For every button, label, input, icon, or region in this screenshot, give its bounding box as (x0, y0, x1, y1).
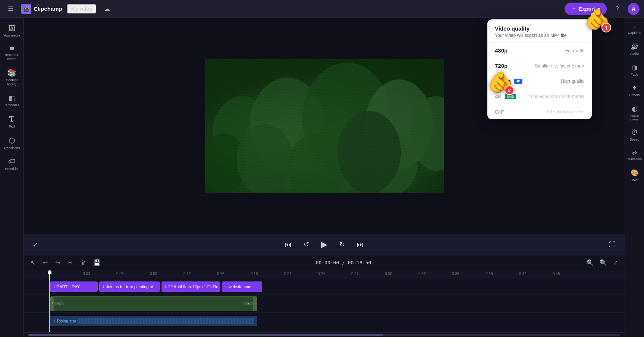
sidebar-item-your-media[interactable]: 🖼 Your media (1, 21, 22, 41)
right-sidebar-item-adjust-colors[interactable]: ◐ Adjustcolors (626, 102, 644, 124)
right-sidebar-item-effects[interactable]: ✦ Effects (626, 81, 644, 100)
right-sidebar: ≡ Captions 🔊 Audio ◑ Fade ✦ Effects ◐ Ad… (625, 18, 644, 337)
right-sidebar-label-speed: Speed (629, 138, 639, 142)
right-sidebar-item-speed[interactable]: ⏱ Speed (626, 126, 644, 145)
left-sidebar: 🖼 Your media ⏺ Record &create 📚 Contentl… (0, 18, 24, 337)
ruler-tick-39: 0:39 (486, 272, 493, 276)
svg-point-10 (337, 111, 401, 193)
text-track-content: T EARTH DAY T Join us for tree planting … (49, 278, 625, 295)
timeline-tracks-container: T EARTH DAY T Join us for tree planting … (24, 278, 625, 332)
sidebar-item-brand-kit[interactable]: 🏷 Brand kit (1, 154, 22, 174)
text-track-label-2: Join us for tree planting at (106, 284, 153, 289)
export-option-4k-name: 4K (495, 93, 502, 100)
video-track-row: ⋮ ⤡ ⤡ ⋮ (24, 295, 625, 313)
cloud-icon[interactable]: ☁ (101, 3, 113, 15)
right-sidebar-item-color[interactable]: 🎨 Color (626, 166, 644, 185)
export-option-480p[interactable]: 480p For drafts (487, 43, 592, 58)
ruler-tick-33: 0:33 (418, 272, 425, 276)
export-dropdown-subtitle: Your video will export as an MP4 file (495, 33, 584, 38)
right-sidebar-label-fade: Fade (631, 73, 638, 77)
zoom-in-button[interactable]: 🔍 (597, 258, 609, 268)
current-time: 00:00.00 (316, 260, 339, 265)
export-dropdown: Video quality Your video will export as … (487, 19, 592, 119)
sidebar-item-text[interactable]: T Text (1, 112, 22, 132)
sidebar-item-content-library[interactable]: 📚 Contentlibrary (1, 65, 22, 89)
svg-point-9 (237, 124, 293, 193)
video-track-handle-left[interactable]: ⋮ (50, 297, 54, 311)
sidebar-item-templates[interactable]: ◧ Templates (1, 91, 22, 110)
color-icon: 🎨 (631, 169, 639, 177)
export-option-480p-desc: For drafts (565, 48, 584, 53)
total-time: 00:18.50 (348, 260, 371, 265)
timeline-ruler: 0 0:03 0:06 0:09 0:12 0:15 0:18 0:21 0:2… (24, 270, 625, 278)
ruler-tick-6: 0:06 (116, 272, 123, 276)
video-track-bar[interactable]: ⋮ ⤡ ⤡ ⋮ (50, 296, 257, 311)
ruler-tick-24: 0:24 (318, 272, 325, 276)
right-sidebar-item-transition[interactable]: ⇄ Transition (626, 146, 644, 164)
timeline-redo-button[interactable]: ↪ (53, 258, 62, 268)
ruler-tick-30: 0:30 (385, 272, 392, 276)
export-option-720p[interactable]: 720p Smaller file, faster export (487, 58, 592, 73)
skip-forward-button[interactable]: ⏭ (354, 238, 367, 252)
scrollbar-thumb[interactable] (28, 334, 383, 336)
brand-kit-icon: 🏷 (8, 157, 16, 166)
text-track-join-us[interactable]: T Join us for tree planting at (99, 281, 160, 292)
right-sidebar-label-color: Color (631, 178, 639, 182)
timeline-save-button[interactable]: 💾 (91, 258, 103, 268)
right-sidebar-item-fade[interactable]: ◑ Fade (626, 60, 644, 80)
fast-forward-button[interactable]: ↻ (336, 237, 348, 252)
audio-track-label: Rising star (57, 319, 76, 323)
export-button[interactable]: ＋ Export ▾ (565, 3, 607, 15)
avatar[interactable]: A (628, 3, 640, 15)
text-track-icon-4: T (225, 284, 227, 289)
menu-icon[interactable]: ☰ (4, 3, 16, 15)
help-icon[interactable]: ? (611, 3, 623, 15)
scrollbar-track (28, 334, 620, 336)
export-option-1080p-left: 1080p HD (495, 78, 522, 84)
video-thumbnails: ⤡ ⤡ (54, 302, 253, 305)
sidebar-item-label-text: Text (9, 125, 15, 129)
text-track-icon-1: T (53, 284, 55, 289)
sidebar-item-record-create[interactable]: ⏺ Record &create (1, 42, 22, 64)
export-plus-icon: ＋ (571, 6, 577, 12)
ruler-tick-45: 0:45 (553, 272, 560, 276)
skip-back-button[interactable]: ⏮ (282, 238, 295, 252)
export-option-1080p[interactable]: 1080p HD High quality (487, 73, 592, 89)
timeline-undo-button[interactable]: ↩ (41, 258, 50, 268)
fullscreen-button[interactable]: ⛶ (606, 238, 619, 252)
sidebar-item-label-templates: Templates (4, 103, 19, 107)
export-option-gif-name: GIF (495, 108, 504, 115)
timeline-select-tool[interactable]: ↖ (28, 258, 38, 268)
export-option-480p-name: 480p (495, 47, 508, 54)
right-sidebar-label-audio: Audio (630, 52, 639, 56)
audio-track-bar[interactable]: ♪ Rising star (50, 316, 257, 326)
export-option-4k[interactable]: 4K UHD Your video has no 4K media (487, 89, 592, 104)
sidebar-item-transitions[interactable]: ⬡ Transitions (1, 133, 22, 153)
transitions-icon: ⬡ (9, 136, 15, 145)
right-sidebar-item-captions[interactable]: ≡ Captions (626, 21, 644, 38)
transition-icon: ⇄ (632, 149, 637, 156)
export-option-gif[interactable]: GIF 30 seconds or less (487, 104, 592, 119)
fit-to-screen-button[interactable]: ⤢ (611, 258, 620, 268)
rewind-button[interactable]: ↺ (301, 237, 312, 252)
timeline-scrollbar[interactable] (24, 332, 625, 337)
project-title[interactable]: My video (67, 4, 97, 14)
ruler-tick-18: 0:18 (251, 272, 258, 276)
timeline-delete-button[interactable]: 🗑 (78, 258, 88, 268)
text-track-april[interactable]: T 22 April 9am-12pm 1 Fir Rd. (161, 281, 220, 292)
zoom-out-button[interactable]: 🔍 (584, 258, 596, 268)
sidebar-item-label-content-library: Contentlibrary (6, 78, 18, 86)
sidebar-item-label-transitions: Transitions (4, 146, 20, 150)
text-track-earth-day[interactable]: T EARTH DAY (50, 281, 98, 292)
export-label: Export (579, 6, 595, 12)
ruler-tick-42: 0:42 (519, 272, 526, 276)
text-track-website[interactable]: T website.com (222, 281, 262, 292)
video-track-handle-right[interactable]: ⋮ (253, 297, 257, 311)
timeline-cut-button[interactable]: ✂ (65, 258, 75, 268)
right-sidebar-item-audio[interactable]: 🔊 Audio (626, 40, 644, 59)
play-button[interactable]: ▶ (318, 237, 330, 252)
ruler-tick-3: 0:03 (83, 272, 90, 276)
timeline-time-display: 00:00.00 / 00:18.50 (106, 260, 581, 265)
crop-button[interactable]: ⤢ (30, 238, 41, 251)
video-thumb-handle-2: ⤡ (244, 302, 253, 305)
